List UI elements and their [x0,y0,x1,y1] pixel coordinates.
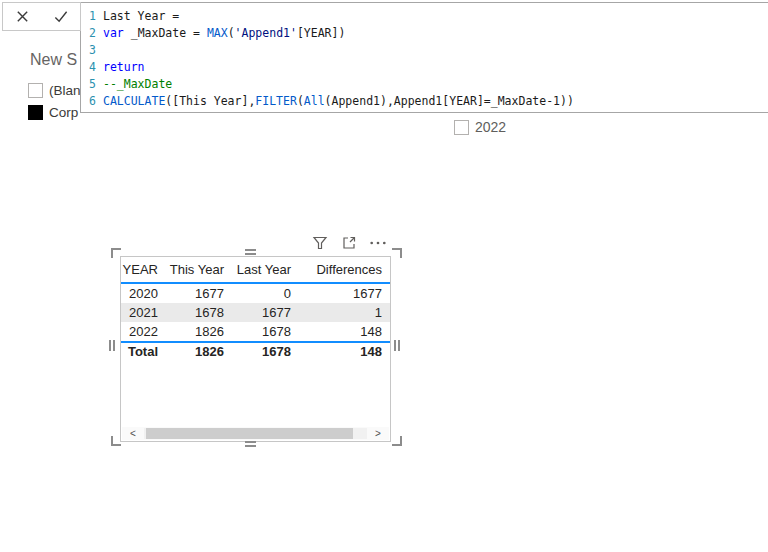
line-number: 6 [84,93,96,110]
code-line[interactable]: 2var _MaxDate = MAX('Append1'[YEAR]) [81,25,768,42]
code-text: CALCULATE([This Year],FILTER(All(Append1… [103,93,574,110]
scrollbar-track[interactable] [144,428,367,439]
total-cell: 148 [299,344,390,359]
table-cell[interactable]: 2020 [121,286,166,301]
total-cell: 1826 [166,344,232,359]
visual-header-icons [311,234,387,252]
slicer-item-list: (BlanCorp [28,79,81,123]
scroll-left-arrow-icon[interactable]: < [122,427,144,440]
code-text: var _MaxDate = MAX('Append1'[YEAR]) [103,25,345,42]
checkbox-checked-icon[interactable] [28,105,43,120]
resize-handle-bottom-right[interactable] [392,436,402,446]
table-cell[interactable]: 148 [299,324,390,339]
focus-mode-icon[interactable] [340,234,358,252]
slicer-item[interactable]: (Blan [28,79,81,101]
code-line[interactable]: 6CALCULATE([This Year],FILTER(All(Append… [81,93,768,110]
more-options-icon[interactable] [369,234,387,252]
code-line[interactable]: 4return [81,59,768,76]
table-total-row: Total18261678148 [121,341,390,360]
table-body: 2020167701677202116781677120221826167814… [121,284,390,341]
line-number: 2 [84,25,96,42]
slicer-item-label[interactable]: Corp [49,105,78,120]
slicer-item-label[interactable]: 2022 [475,119,506,135]
checkbox-unchecked-icon[interactable] [454,120,469,135]
total-cell: 1678 [232,344,299,359]
line-number: 1 [84,8,96,25]
resize-handle-top-right[interactable] [392,248,402,258]
table-row[interactable]: 202218261678148 [121,322,390,341]
column-header[interactable]: Last Year [232,262,299,277]
code-line[interactable]: 5--_MaxDate [81,76,768,93]
horizontal-scrollbar[interactable]: < > [122,427,389,440]
line-number: 3 [84,42,96,59]
table-row[interactable]: 2020167701677 [121,284,390,303]
table-header-row: YEARThis YearLast YearDifferences [121,257,390,284]
code-line-list: 1Last Year =2var _MaxDate = MAX('Append1… [81,8,768,110]
code-line[interactable]: 1Last Year = [81,8,768,25]
code-text: Last Year = [103,8,179,25]
line-number: 4 [84,59,96,76]
resize-handle-middle-left[interactable] [109,340,115,351]
code-line[interactable]: 3 [81,42,768,59]
year-slicer: 2022 [454,116,506,138]
resize-handle-bottom-center[interactable] [245,441,256,447]
table-cell[interactable]: 1677 [232,305,299,320]
table-cell[interactable]: 1826 [166,324,232,339]
report-canvas: New S (BlanCorp 2022 YEARThis Y [0,0,768,552]
table-cell[interactable]: 1677 [166,286,232,301]
filter-icon[interactable] [311,234,329,252]
line-number: 5 [84,76,96,93]
resize-handle-top-center[interactable] [245,249,256,255]
dax-formula-editor[interactable]: 1Last Year =2var _MaxDate = MAX('Append1… [80,2,768,113]
table-cell[interactable]: 1678 [166,305,232,320]
table-cell[interactable]: 1678 [232,324,299,339]
table-cell[interactable]: 2022 [121,324,166,339]
resize-handle-middle-right[interactable] [394,340,400,351]
slicer-title: New S [30,51,77,69]
table-cell[interactable]: 1 [299,305,390,320]
resize-handle-bottom-left[interactable] [111,436,121,446]
commit-formula-button[interactable] [49,5,73,29]
checkbox-unchecked-icon[interactable] [28,83,43,98]
resize-handle-top-left[interactable] [111,248,121,258]
scroll-right-arrow-icon[interactable]: > [367,427,389,440]
scrollbar-thumb[interactable] [146,428,353,439]
cancel-formula-button[interactable] [10,5,34,29]
formula-bar-buttons [2,2,81,31]
table-cell[interactable]: 0 [232,286,299,301]
code-text: return [103,59,145,76]
slicer-item[interactable]: 2022 [454,116,506,138]
table-cell[interactable]: 2021 [121,305,166,320]
total-cell: Total [121,344,166,359]
table-row[interactable]: 2021167816771 [121,303,390,322]
slicer-item[interactable]: Corp [28,101,81,123]
code-text: --_MaxDate [103,76,172,93]
column-header[interactable]: YEAR [121,262,166,277]
table-visual[interactable]: YEARThis YearLast YearDifferences 202016… [120,256,391,442]
slicer-item-label[interactable]: (Blan [49,83,81,98]
column-header[interactable]: Differences [299,262,390,277]
table-cell[interactable]: 1677 [299,286,390,301]
column-header[interactable]: This Year [166,262,232,277]
